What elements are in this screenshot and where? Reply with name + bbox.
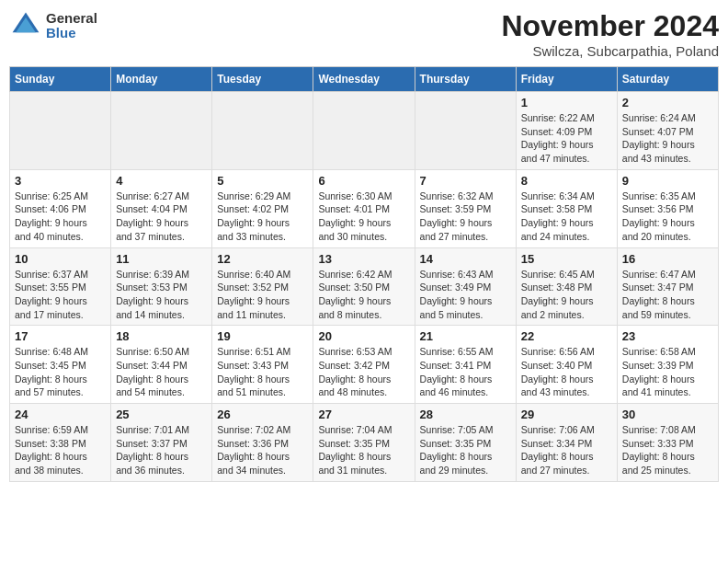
calendar-cell: 8Sunrise: 6:34 AM Sunset: 3:58 PM Daylig… (516, 169, 617, 247)
calendar-cell (313, 92, 415, 170)
day-number: 19 (217, 329, 308, 343)
day-info: Sunrise: 6:34 AM Sunset: 3:58 PM Dayligh… (521, 190, 612, 244)
logo-general-text: General (46, 11, 97, 27)
logo-blue-text: Blue (46, 26, 97, 41)
day-info: Sunrise: 6:56 AM Sunset: 3:40 PM Dayligh… (521, 345, 612, 399)
header-day-monday: Monday (111, 67, 212, 92)
calendar-cell: 24Sunrise: 6:59 AM Sunset: 3:38 PM Dayli… (10, 404, 111, 482)
day-number: 24 (15, 408, 106, 421)
day-info: Sunrise: 6:47 AM Sunset: 3:47 PM Dayligh… (622, 268, 713, 322)
week-row-2: 3Sunrise: 6:25 AM Sunset: 4:06 PM Daylig… (10, 169, 719, 247)
header-day-tuesday: Tuesday (212, 67, 313, 92)
calendar-cell (415, 92, 516, 170)
header: General Blue November 2024 Swilcza, Subc… (9, 9, 719, 59)
day-number: 15 (521, 252, 612, 266)
day-number: 27 (318, 408, 409, 421)
week-row-3: 10Sunrise: 6:37 AM Sunset: 3:55 PM Dayli… (10, 247, 719, 326)
day-info: Sunrise: 6:42 AM Sunset: 3:50 PM Dayligh… (318, 268, 409, 322)
day-info: Sunrise: 6:50 AM Sunset: 3:44 PM Dayligh… (116, 345, 207, 399)
day-number: 21 (420, 329, 511, 343)
calendar-cell: 7Sunrise: 6:32 AM Sunset: 3:59 PM Daylig… (415, 169, 516, 247)
calendar-cell: 28Sunrise: 7:05 AM Sunset: 3:35 PM Dayli… (415, 404, 516, 482)
calendar-cell: 18Sunrise: 6:50 AM Sunset: 3:44 PM Dayli… (111, 326, 212, 404)
header-day-saturday: Saturday (617, 67, 718, 92)
week-row-4: 17Sunrise: 6:48 AM Sunset: 3:45 PM Dayli… (10, 326, 719, 404)
day-number: 2 (622, 96, 713, 109)
day-info: Sunrise: 6:59 AM Sunset: 3:38 PM Dayligh… (15, 423, 106, 477)
day-info: Sunrise: 6:48 AM Sunset: 3:45 PM Dayligh… (15, 345, 106, 399)
calendar-cell (10, 92, 111, 170)
calendar-cell: 14Sunrise: 6:43 AM Sunset: 3:49 PM Dayli… (415, 247, 516, 326)
day-number: 20 (318, 329, 409, 343)
day-number: 5 (217, 174, 308, 188)
day-info: Sunrise: 6:55 AM Sunset: 3:41 PM Dayligh… (420, 345, 511, 399)
day-number: 18 (116, 329, 207, 343)
calendar-cell: 21Sunrise: 6:55 AM Sunset: 3:41 PM Dayli… (415, 326, 516, 404)
main-title: November 2024 (501, 9, 719, 43)
logo: General Blue (9, 9, 97, 42)
day-info: Sunrise: 6:45 AM Sunset: 3:48 PM Dayligh… (521, 268, 612, 322)
day-number: 17 (15, 329, 106, 343)
subtitle: Swilcza, Subcarpathia, Poland (501, 43, 719, 59)
day-number: 9 (622, 174, 713, 188)
calendar-cell: 29Sunrise: 7:06 AM Sunset: 3:34 PM Dayli… (516, 404, 617, 482)
day-number: 3 (15, 174, 106, 188)
day-info: Sunrise: 6:29 AM Sunset: 4:02 PM Dayligh… (217, 190, 308, 244)
logo-text: General Blue (46, 11, 97, 41)
day-info: Sunrise: 6:27 AM Sunset: 4:04 PM Dayligh… (116, 190, 207, 244)
header-row: SundayMondayTuesdayWednesdayThursdayFrid… (10, 67, 719, 92)
calendar-cell: 20Sunrise: 6:53 AM Sunset: 3:42 PM Dayli… (313, 326, 415, 404)
header-day-thursday: Thursday (415, 67, 516, 92)
calendar-cell: 27Sunrise: 7:04 AM Sunset: 3:35 PM Dayli… (313, 404, 415, 482)
day-number: 10 (15, 252, 106, 266)
day-info: Sunrise: 7:01 AM Sunset: 3:37 PM Dayligh… (116, 423, 207, 477)
calendar-cell: 9Sunrise: 6:35 AM Sunset: 3:56 PM Daylig… (617, 169, 718, 247)
calendar-cell: 2Sunrise: 6:24 AM Sunset: 4:07 PM Daylig… (617, 92, 718, 170)
day-number: 23 (622, 329, 713, 343)
day-number: 1 (521, 96, 612, 109)
header-day-sunday: Sunday (10, 67, 111, 92)
calendar-cell: 26Sunrise: 7:02 AM Sunset: 3:36 PM Dayli… (212, 404, 313, 482)
day-info: Sunrise: 6:51 AM Sunset: 3:43 PM Dayligh… (217, 345, 308, 399)
calendar-cell: 5Sunrise: 6:29 AM Sunset: 4:02 PM Daylig… (212, 169, 313, 247)
day-info: Sunrise: 6:39 AM Sunset: 3:53 PM Dayligh… (116, 268, 207, 322)
calendar-cell: 13Sunrise: 6:42 AM Sunset: 3:50 PM Dayli… (313, 247, 415, 326)
day-info: Sunrise: 7:04 AM Sunset: 3:35 PM Dayligh… (318, 423, 409, 477)
day-number: 11 (116, 252, 207, 266)
header-day-wednesday: Wednesday (313, 67, 415, 92)
day-number: 7 (420, 174, 511, 188)
calendar-cell: 25Sunrise: 7:01 AM Sunset: 3:37 PM Dayli… (111, 404, 212, 482)
header-day-friday: Friday (516, 67, 617, 92)
day-info: Sunrise: 7:06 AM Sunset: 3:34 PM Dayligh… (521, 423, 612, 477)
logo-icon (9, 9, 42, 42)
day-number: 30 (622, 408, 713, 421)
calendar-cell (111, 92, 212, 170)
day-number: 29 (521, 408, 612, 421)
day-number: 4 (116, 174, 207, 188)
calendar-cell: 1Sunrise: 6:22 AM Sunset: 4:09 PM Daylig… (516, 92, 617, 170)
day-info: Sunrise: 6:35 AM Sunset: 3:56 PM Dayligh… (622, 190, 713, 244)
day-number: 25 (116, 408, 207, 421)
title-area: November 2024 Swilcza, Subcarpathia, Pol… (501, 9, 719, 59)
day-info: Sunrise: 7:05 AM Sunset: 3:35 PM Dayligh… (420, 423, 511, 477)
calendar-cell: 12Sunrise: 6:40 AM Sunset: 3:52 PM Dayli… (212, 247, 313, 326)
day-info: Sunrise: 6:40 AM Sunset: 3:52 PM Dayligh… (217, 268, 308, 322)
day-info: Sunrise: 6:24 AM Sunset: 4:07 PM Dayligh… (622, 111, 713, 166)
day-info: Sunrise: 6:58 AM Sunset: 3:39 PM Dayligh… (622, 345, 713, 399)
calendar-cell: 16Sunrise: 6:47 AM Sunset: 3:47 PM Dayli… (617, 247, 718, 326)
day-info: Sunrise: 7:08 AM Sunset: 3:33 PM Dayligh… (622, 423, 713, 477)
calendar-cell: 23Sunrise: 6:58 AM Sunset: 3:39 PM Dayli… (617, 326, 718, 404)
calendar-cell: 15Sunrise: 6:45 AM Sunset: 3:48 PM Dayli… (516, 247, 617, 326)
day-number: 8 (521, 174, 612, 188)
day-info: Sunrise: 6:22 AM Sunset: 4:09 PM Dayligh… (521, 111, 612, 166)
calendar-cell: 30Sunrise: 7:08 AM Sunset: 3:33 PM Dayli… (617, 404, 718, 482)
day-number: 6 (318, 174, 409, 188)
calendar-cell: 10Sunrise: 6:37 AM Sunset: 3:55 PM Dayli… (10, 247, 111, 326)
calendar-cell: 3Sunrise: 6:25 AM Sunset: 4:06 PM Daylig… (10, 169, 111, 247)
day-number: 16 (622, 252, 713, 266)
day-info: Sunrise: 6:43 AM Sunset: 3:49 PM Dayligh… (420, 268, 511, 322)
day-info: Sunrise: 6:30 AM Sunset: 4:01 PM Dayligh… (318, 190, 409, 244)
calendar-cell: 17Sunrise: 6:48 AM Sunset: 3:45 PM Dayli… (10, 326, 111, 404)
calendar-table: SundayMondayTuesdayWednesdayThursdayFrid… (9, 66, 719, 482)
day-info: Sunrise: 6:37 AM Sunset: 3:55 PM Dayligh… (15, 268, 106, 322)
